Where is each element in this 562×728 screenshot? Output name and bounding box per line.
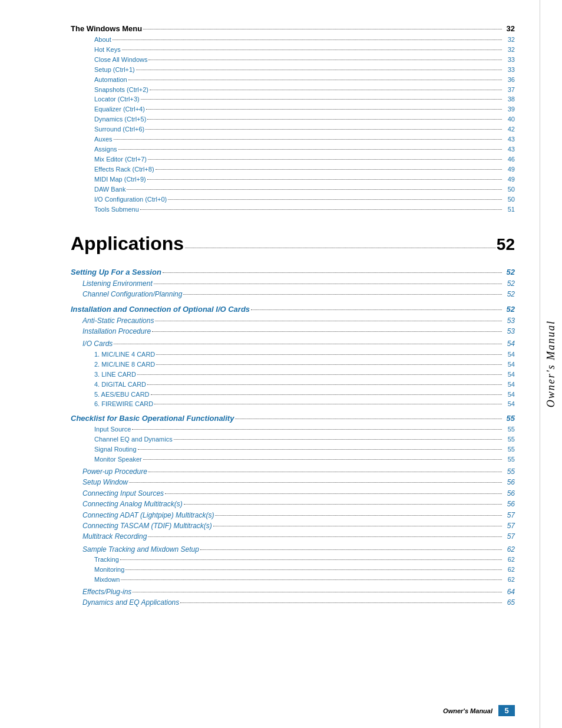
- toc-item-firewire: 6. FIREWIRE CARD 54: [94, 400, 515, 409]
- applications-dots: [185, 239, 495, 248]
- applications-heading-entry: Applications 52: [71, 219, 515, 261]
- toc-item-multitrackrecording: Multitrack Recording 57: [82, 532, 515, 542]
- toc-item-toolssubmenu: Tools Submenu 51: [94, 205, 515, 215]
- applications-heading: Applications: [71, 230, 184, 257]
- toc-item-channelconfig: Channel Configuration/Planning 52: [82, 289, 515, 299]
- windows-menu-section: The Windows Menu 32 About 32 Hot Keys 32…: [71, 24, 515, 215]
- toc-item-installproc: Installation Procedure 53: [82, 327, 515, 337]
- page-container: The Windows Menu 32 About 32 Hot Keys 32…: [0, 0, 562, 728]
- toc-item-dynamicseq: Dynamics and EQ Applications 65: [82, 598, 515, 608]
- footer-label: Owner's Manual: [443, 707, 492, 714]
- toc-item-mixdown: Mixdown 62: [94, 575, 515, 585]
- applications-page: 52: [497, 233, 515, 257]
- toc-item-checklist: Checklist for Basic Operational Function…: [71, 411, 515, 424]
- windows-menu-page: 32: [503, 24, 515, 35]
- windows-menu-dots: [143, 22, 502, 29]
- side-label-container: Owner's Manual: [540, 0, 562, 728]
- footer: Owner's Manual 5: [0, 705, 562, 716]
- toc-item-settingup: Setting Up For a Session 52: [71, 265, 515, 278]
- toc-item-monitorspeaker: Monitor Speaker 55: [94, 455, 515, 465]
- footer-page: 5: [498, 705, 515, 716]
- toc-item-installation: Installation and Connection of Optional …: [71, 302, 515, 315]
- side-label-text: Owner's Manual: [545, 320, 557, 407]
